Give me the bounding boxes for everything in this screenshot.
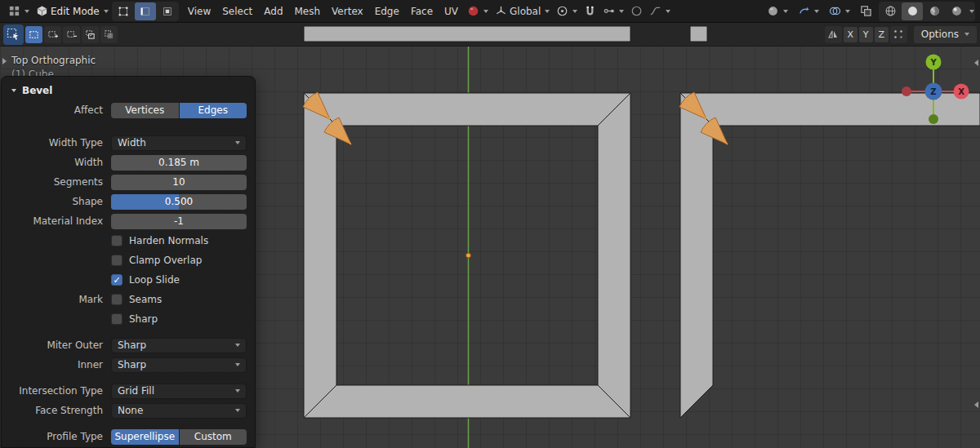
panel-title: Bevel [22, 85, 52, 96]
width-type-row: Width Type Width [2, 133, 255, 153]
toolbar-expand-arrow[interactable] [2, 58, 7, 64]
clamp-overlap-checkbox[interactable] [111, 255, 122, 266]
tweak-select-tool-button[interactable] [3, 24, 24, 45]
sharp-checkbox[interactable] [111, 313, 122, 325]
object-type-visibility-dropdown[interactable] [764, 2, 791, 21]
loop-slide-row: Loop Slide [2, 270, 255, 290]
profile-type-segmented: Superellipse Custom [111, 429, 247, 445]
seams-checkbox[interactable] [111, 294, 122, 305]
view-label: Top Orthographic [11, 55, 96, 66]
menu-edge[interactable]: Edge [369, 2, 405, 20]
blender-window: Edit Mode View Select Add Mesh Vertex Ed… [0, 0, 980, 448]
affect-segmented: Vertices Edges [111, 103, 247, 118]
profile-custom-button[interactable]: Custom [180, 429, 247, 445]
falloff-sphere-dropdown[interactable] [464, 2, 492, 21]
snap-target-icon [603, 5, 615, 17]
width-row: Width 0.185 m [2, 153, 255, 172]
select-mode-extend-button[interactable] [44, 26, 61, 43]
sharp-label: Sharp [129, 313, 158, 325]
face-select-button[interactable] [157, 2, 178, 20]
snap-base-icon[interactable] [890, 26, 907, 43]
region-expand-arrow[interactable] [974, 401, 978, 408]
intersection-type-label: Intersection Type [2, 385, 103, 397]
shape-slider[interactable]: 0.500 [111, 194, 247, 210]
mirror-x-button[interactable]: X [844, 27, 858, 42]
menu-select[interactable]: Select [216, 2, 258, 20]
affect-row: Affect Vertices Edges [2, 100, 255, 120]
width-value: 0.185 m [158, 157, 199, 168]
menu-add[interactable]: Add [258, 2, 288, 20]
miter-outer-row: Miter Outer Sharp [2, 335, 255, 355]
shape-label: Shape [2, 196, 103, 207]
mode-selector[interactable]: Edit Mode [33, 2, 112, 21]
material-preview-button[interactable] [924, 2, 945, 20]
snap-target-dropdown[interactable] [599, 2, 627, 21]
width-field[interactable]: 0.185 m [111, 155, 247, 171]
mirror-axis-icon[interactable] [825, 26, 842, 43]
edge-select-button[interactable] [135, 2, 156, 20]
editor-type-button[interactable] [5, 2, 33, 21]
clamp-overlap-label: Clamp Overlap [129, 255, 202, 266]
shape-row: Shape 0.500 [2, 192, 255, 211]
miter-inner-row: Inner Sharp [2, 355, 255, 375]
chevron-down-icon [104, 10, 109, 13]
shape-value: 0.500 [111, 194, 247, 210]
xray-toggle[interactable] [857, 2, 875, 21]
panel-header[interactable]: Bevel [2, 81, 255, 100]
options-button[interactable]: Options [914, 26, 977, 43]
wireframe-shading-button[interactable] [880, 2, 901, 20]
menu-uv[interactable]: UV [439, 2, 464, 20]
rendered-shading-button[interactable] [946, 2, 967, 20]
segments-field[interactable]: 10 [111, 175, 247, 190]
intersection-type-dropdown[interactable]: Grid Fill [111, 384, 247, 399]
miter-inner-dropdown[interactable]: Sharp [111, 357, 247, 373]
width-type-value: Width [118, 137, 146, 149]
menu-view[interactable]: View [182, 2, 216, 20]
collapse-chevron-icon [11, 89, 16, 92]
profile-type-label: Profile Type [2, 431, 103, 442]
select-mode-intersect-button[interactable] [100, 26, 118, 43]
select-mode-group [112, 2, 179, 21]
face-strength-dropdown[interactable]: None [111, 403, 247, 419]
seams-label: Seams [129, 294, 162, 305]
transform-orientation-dropdown[interactable]: Global [492, 2, 553, 21]
xray-icon [860, 5, 872, 17]
chevron-down-icon [964, 33, 969, 36]
segments-label: Segments [2, 176, 103, 188]
profile-superellipse-button[interactable]: Superellipse [111, 429, 179, 445]
pivot-point-dropdown[interactable] [553, 2, 581, 21]
proportional-editing-toggle[interactable] [627, 2, 646, 21]
affect-vertices-button[interactable]: Vertices [111, 103, 179, 118]
mirror-z-button[interactable]: Z [875, 27, 889, 42]
chevron-down-icon [235, 344, 240, 347]
solid-shading-button[interactable] [902, 2, 923, 20]
loop-slide-checkbox[interactable] [111, 274, 122, 286]
viewport-header: Edit Mode View Select Add Mesh Vertex Ed… [0, 0, 980, 23]
mirror-y-button[interactable]: Y [859, 27, 873, 42]
chevron-down-icon [572, 10, 577, 13]
sidebar-expand-arrow[interactable] [974, 60, 978, 66]
material-index-field[interactable]: -1 [111, 214, 247, 229]
show-gizmo-dropdown[interactable] [795, 2, 822, 21]
material-index-row: Material Index -1 [2, 211, 255, 231]
overlays-dropdown[interactable] [826, 2, 853, 21]
chevron-down-icon [235, 409, 240, 412]
affect-label: Affect [2, 104, 103, 116]
menu-mesh[interactable]: Mesh [289, 2, 327, 20]
vertex-select-button[interactable] [113, 2, 134, 20]
width-type-dropdown[interactable]: Width [111, 135, 247, 151]
select-mode-subtract-button[interactable] [63, 26, 80, 43]
select-mode-set-button[interactable] [25, 26, 42, 43]
snap-toggle[interactable] [581, 2, 599, 21]
falloff-curve-dropdown[interactable] [646, 2, 674, 21]
harden-normals-checkbox[interactable] [111, 235, 122, 246]
miter-outer-dropdown[interactable]: Sharp [111, 338, 247, 353]
menu-vertex[interactable]: Vertex [326, 2, 369, 20]
menu-face[interactable]: Face [405, 2, 439, 20]
chevron-down-icon [24, 10, 29, 13]
gizmo-arc-icon [798, 5, 810, 17]
affect-edges-button[interactable]: Edges [180, 103, 247, 118]
select-mode-invert-button[interactable] [82, 26, 99, 43]
overlays-icon [829, 5, 841, 17]
loop-slide-label: Loop Slide [129, 274, 180, 286]
